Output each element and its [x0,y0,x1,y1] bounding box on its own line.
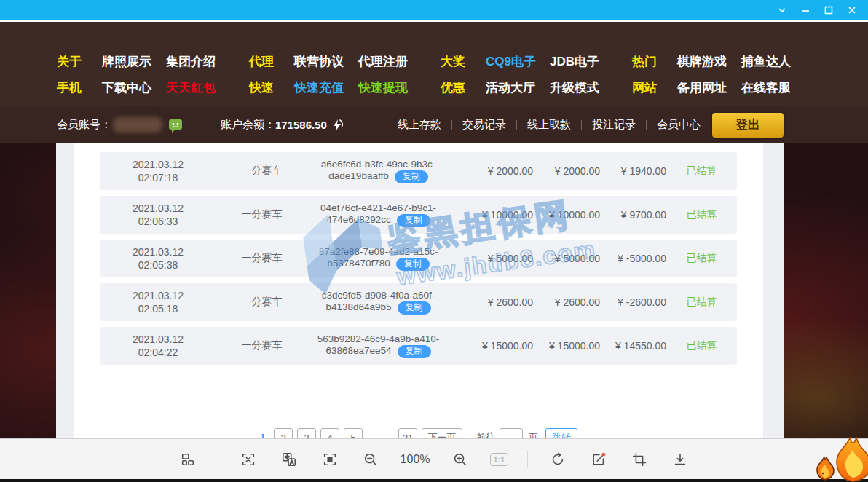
row-valid-amount: ¥ 10000.00 [533,209,600,221]
link-transaction-records[interactable]: 交易记录 [462,118,506,132]
nav-item-website[interactable]: 网站 [632,79,677,96]
nav-item-fast-withdraw[interactable]: 快速提现 [358,79,441,96]
crop-icon[interactable] [628,449,650,470]
nav-item-online-service[interactable]: 在线客服 [741,79,821,96]
window-maximize-icon[interactable] [817,0,840,20]
link-bet-records[interactable]: 投注记录 [592,118,636,132]
chat-icon[interactable] [168,118,183,133]
account-bar: 会员账号： 账户余额： 171586.50 线上存款 交易记录 [0,106,868,143]
copy-button[interactable]: 复制 [398,301,431,315]
copy-button[interactable]: 复制 [398,345,431,358]
nav-item-agent-register[interactable]: 代理注册 [358,53,441,70]
row-bet-amount: ¥ 2600.00 [449,296,533,308]
nav-item-fishing[interactable]: 捕鱼达人 [741,53,821,70]
layout-icon[interactable] [177,449,199,470]
nav-item-about[interactable]: 关于 [57,53,102,70]
table-row[interactable]: 2021.03.12 02:04:22 一分赛车 563b9282-46c9-4… [100,327,737,365]
zoom-level-label[interactable]: 100% [401,453,430,466]
fullscreen-icon[interactable] [319,449,341,470]
link-divider [646,120,647,130]
nav-item-license[interactable]: 牌照展示 [102,53,166,70]
row-status: 已结算 [666,339,737,352]
nav-item-mobile[interactable]: 手机 [57,79,102,96]
row-bet-amount: ¥ 5000.00 [449,253,533,264]
copy-button[interactable]: 复制 [396,258,430,271]
link-member-center[interactable]: 会员中心 [657,118,701,132]
table-row[interactable]: 2021.03.12 02:07:18 一分赛车 a6e6fc6d-b3fc-4… [100,152,737,190]
account-label: 会员账号： [57,118,111,132]
row-valid-amount: ¥ 2000.00 [533,165,600,177]
nav-item-fast-deposit[interactable]: 快速充值 [294,79,358,96]
ocr-select-icon[interactable] [237,449,259,470]
content-panel: 2021.03.12 02:07:18 一分赛车 a6e6fc6d-b3fc-4… [74,143,763,438]
window-minimize-icon[interactable] [794,0,817,20]
transaction-list: 2021.03.12 02:07:18 一分赛车 a6e6fc6d-b3fc-4… [74,143,763,365]
nav-item-jackpot[interactable]: 大奖 [441,53,486,70]
row-status: 已结算 [666,296,737,309]
screenshot-toolbar: 100% 1:1 [0,438,868,479]
row-valid-amount: ¥ 2600.00 [533,296,600,308]
row-bet-amount: ¥ 2000.00 [449,165,533,177]
row-game-name: 一分赛车 [216,208,307,221]
zoom-in-icon[interactable] [449,449,471,470]
nav-item-promo[interactable]: 优惠 [441,79,486,96]
row-game-name: 一分赛车 [216,252,307,265]
link-divider [516,120,517,130]
toolbar-divider [527,451,528,468]
row-order-id: a6e6fc6d-b3fc-49ac-9b3c- dade19baaffb复制 [307,159,449,184]
toolbar-divider [218,451,218,468]
row-status: 已结算 [666,208,737,221]
nav-item-joint-agreement[interactable]: 联营协议 [294,53,358,70]
actual-size-icon: 1:1 [490,453,509,466]
nav-item-board-games[interactable]: 棋牌游戏 [677,53,741,70]
window-titlebar [0,0,868,22]
row-datetime: 2021.03.12 02:05:18 [100,289,216,315]
balance-label: 账户余额： [221,118,275,132]
nav-item-jdb[interactable]: JDB电子 [550,53,632,70]
row-datetime: 2021.03.12 02:06:33 [100,202,216,228]
download-icon[interactable] [669,449,691,470]
nav-item-group-intro[interactable]: 集团介绍 [166,53,249,70]
row-datetime: 2021.03.12 02:04:22 [100,333,216,359]
balance-group: 账户余额： 171586.50 [221,118,343,132]
link-online-deposit[interactable]: 线上存款 [398,118,441,132]
logout-button[interactable]: 登出 [712,113,784,138]
main-nav: 关于 牌照展示 集团介绍 代理 联营协议 代理注册 大奖 CQ9电子 JDB电子… [0,48,868,100]
nav-item-activity-hall[interactable]: 活动大厅 [486,79,550,96]
copy-button[interactable]: 复制 [397,214,430,227]
nav-item-download-center[interactable]: 下载中心 [102,79,166,96]
refresh-balance-icon[interactable] [331,119,343,132]
row-order-id: c3dc9fd5-d908-4f0a-a60f- b4138d64a9b5复制 [307,290,449,315]
translate-icon[interactable] [278,449,300,470]
row-datetime: 2021.03.12 02:07:18 [100,158,216,184]
nav-item-fast[interactable]: 快速 [249,79,294,96]
nav-item-backup-url[interactable]: 备用网址 [677,79,741,96]
row-bet-amount: ¥ 10000.00 [449,209,533,221]
rotate-icon[interactable] [547,449,569,470]
site-header: 关于 牌照展示 集团介绍 代理 联营协议 代理注册 大奖 CQ9电子 JDB电子… [0,22,868,106]
row-win-loss: ¥ 1940.00 [600,165,666,177]
table-row[interactable]: 2021.03.12 02:06:33 一分赛车 04ef76cf-e421-4… [100,196,737,234]
table-row[interactable]: 2021.03.12 02:05:38 一分赛车 87a2fe88-7e09-4… [100,240,737,277]
row-bet-amount: ¥ 15000.00 [449,340,533,352]
copy-button[interactable]: 复制 [395,170,428,183]
zoom-out-icon[interactable] [360,449,382,470]
nav-item-upgrade-mode[interactable]: 升级模式 [550,79,632,96]
nav-item-cq9[interactable]: CQ9电子 [486,53,550,70]
row-order-id: 87a2fe88-7e09-4ad2-a15c- b5378470f780复制 [307,246,449,272]
row-order-id: 563b9282-46c9-4a9b-a410- 63868ea7ee54复制 [307,333,449,359]
link-online-withdraw[interactable]: 线上取款 [527,118,571,132]
row-status: 已结算 [666,252,737,265]
row-valid-amount: ¥ 15000.00 [533,340,600,352]
link-divider [581,120,582,130]
nav-row-1: 关于 牌照展示 集团介绍 代理 联营协议 代理注册 大奖 CQ9电子 JDB电子… [0,48,868,74]
row-datetime: 2021.03.12 02:05:38 [100,245,216,272]
nav-item-daily-redpacket[interactable]: 天天红包 [166,79,249,96]
nav-item-hot[interactable]: 热门 [632,53,677,70]
edit-icon[interactable] [588,449,609,470]
nav-item-agent[interactable]: 代理 [249,53,294,70]
window-chevron-down-icon[interactable] [770,0,794,20]
table-row[interactable]: 2021.03.12 02:05:18 一分赛车 c3dc9fd5-d908-4… [100,283,737,321]
balance-value: 171586.50 [275,119,327,131]
window-close-icon[interactable] [840,0,864,20]
